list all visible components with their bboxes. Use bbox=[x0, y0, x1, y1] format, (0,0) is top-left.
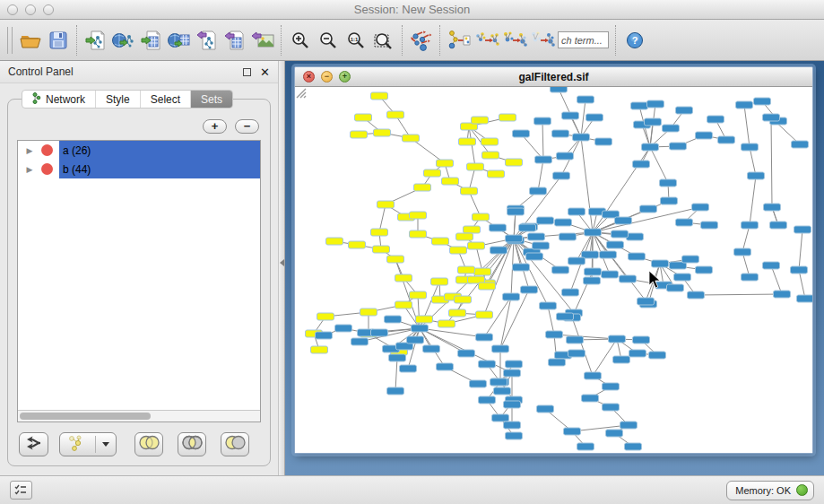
network-node-yellow[interactable] bbox=[472, 117, 489, 124]
network-node-blue[interactable] bbox=[791, 266, 808, 274]
network-node-yellow[interactable] bbox=[488, 170, 505, 178]
network-node-yellow[interactable] bbox=[387, 111, 404, 118]
network-node-blue[interactable] bbox=[407, 336, 424, 343]
network-node-blue[interactable] bbox=[504, 421, 521, 429]
network-node-blue[interactable] bbox=[519, 224, 536, 231]
network-node-yellow[interactable] bbox=[449, 309, 466, 317]
network-node-blue[interactable] bbox=[490, 224, 507, 231]
network-node-blue[interactable] bbox=[371, 329, 388, 336]
create-set-dropdown[interactable] bbox=[96, 433, 116, 456]
network-node-blue[interactable] bbox=[479, 361, 496, 368]
tab-style[interactable]: Style bbox=[96, 91, 141, 108]
network-node-blue[interactable] bbox=[647, 100, 664, 108]
network-node-blue[interactable] bbox=[537, 405, 554, 413]
network-node-blue[interactable] bbox=[763, 262, 780, 269]
network-node-yellow[interactable] bbox=[459, 138, 476, 145]
network-node-blue[interactable] bbox=[526, 253, 543, 260]
horizontal-scrollbar[interactable] bbox=[18, 410, 260, 421]
network-node-blue[interactable] bbox=[736, 101, 753, 109]
network-node-blue[interactable] bbox=[506, 235, 523, 242]
network-node-yellow[interactable] bbox=[482, 152, 499, 159]
network-node-yellow[interactable] bbox=[377, 201, 395, 208]
export-network-button[interactable] bbox=[193, 25, 221, 56]
network-node-blue[interactable] bbox=[503, 293, 520, 300]
venn-intersection-button[interactable] bbox=[178, 432, 206, 456]
network-node-yellow[interactable] bbox=[437, 160, 454, 167]
network-node-blue[interactable] bbox=[389, 354, 406, 361]
tab-select[interactable]: Select bbox=[141, 91, 191, 108]
network-node-yellow[interactable] bbox=[424, 169, 441, 177]
apply-layout-button[interactable] bbox=[407, 25, 435, 56]
network-node-yellow[interactable] bbox=[371, 92, 388, 100]
network-node-blue[interactable] bbox=[577, 443, 594, 450]
network-node-blue[interactable] bbox=[530, 187, 547, 195]
network-node-yellow[interactable] bbox=[476, 311, 493, 318]
network-node-yellow[interactable] bbox=[461, 187, 478, 195]
network-node-blue[interactable] bbox=[633, 161, 650, 168]
network-node-blue[interactable] bbox=[492, 414, 509, 421]
network-node-blue[interactable] bbox=[748, 172, 765, 179]
network-node-blue[interactable] bbox=[490, 378, 507, 386]
network-node-blue[interactable] bbox=[763, 114, 780, 121]
scrollbar-thumb[interactable] bbox=[20, 413, 151, 420]
network-node-blue[interactable] bbox=[629, 350, 646, 357]
network-node-blue[interactable] bbox=[661, 197, 678, 204]
network-node-blue[interactable] bbox=[577, 96, 594, 103]
network-node-blue[interactable] bbox=[794, 226, 811, 233]
network-node-blue[interactable] bbox=[521, 286, 538, 293]
network-node-blue[interactable] bbox=[607, 241, 624, 248]
network-node-blue[interactable] bbox=[625, 443, 642, 450]
network-node-yellow[interactable] bbox=[479, 282, 496, 290]
network-node-blue[interactable] bbox=[385, 316, 402, 323]
import-network-web-button[interactable] bbox=[109, 25, 137, 56]
network-node-blue[interactable] bbox=[552, 130, 569, 137]
network-node-blue[interactable] bbox=[553, 172, 570, 179]
network-node-blue[interactable] bbox=[649, 352, 666, 359]
network-canvas[interactable] bbox=[295, 87, 812, 453]
network-node-blue[interactable] bbox=[546, 331, 563, 338]
network-node-yellow[interactable] bbox=[351, 131, 368, 138]
network-node-yellow[interactable] bbox=[360, 308, 377, 316]
diff-difference-button[interactable] bbox=[528, 25, 556, 56]
network-node-blue[interactable] bbox=[627, 233, 644, 240]
network-node-blue[interactable] bbox=[564, 428, 581, 435]
network-node-blue[interactable] bbox=[688, 291, 705, 299]
network-node-blue[interactable] bbox=[573, 134, 590, 141]
zoom-out-button[interactable] bbox=[314, 25, 342, 56]
network-node-blue[interactable] bbox=[513, 264, 530, 271]
set-row-b[interactable]: ▶ b (44) bbox=[18, 160, 260, 178]
network-node-yellow[interactable] bbox=[326, 238, 343, 245]
network-node-yellow[interactable] bbox=[442, 178, 459, 185]
network-node-yellow[interactable] bbox=[371, 229, 388, 236]
network-node-blue[interactable] bbox=[557, 313, 574, 320]
network-node-blue[interactable] bbox=[476, 334, 493, 341]
network-node-blue[interactable] bbox=[387, 387, 404, 395]
search-input[interactable] bbox=[558, 31, 609, 48]
network-node-blue[interactable] bbox=[609, 335, 626, 343]
network-node-yellow[interactable] bbox=[481, 138, 499, 145]
network-node-blue[interactable] bbox=[682, 256, 699, 263]
network-node-blue[interactable] bbox=[742, 222, 759, 229]
network-node-blue[interactable] bbox=[568, 208, 585, 215]
network-node-blue[interactable] bbox=[507, 208, 525, 215]
network-node-blue[interactable] bbox=[718, 136, 735, 143]
network-node-blue[interactable] bbox=[423, 345, 440, 352]
zoom-in-button[interactable] bbox=[286, 25, 314, 56]
network-node-blue[interactable] bbox=[645, 118, 662, 126]
network-node-yellow[interactable] bbox=[506, 159, 523, 166]
network-node-blue[interactable] bbox=[551, 87, 568, 92]
network-node-yellow[interactable] bbox=[467, 163, 484, 170]
network-node-blue[interactable] bbox=[504, 369, 521, 377]
import-network-file-button[interactable] bbox=[82, 25, 109, 56]
network-node-blue[interactable] bbox=[567, 336, 584, 343]
network-node-blue[interactable] bbox=[642, 143, 659, 151]
collapse-arrow-icon[interactable] bbox=[280, 259, 284, 266]
network-node-yellow[interactable] bbox=[395, 301, 412, 308]
network-node-blue[interactable] bbox=[600, 251, 617, 258]
network-node-yellow[interactable] bbox=[410, 212, 427, 219]
network-node-yellow[interactable] bbox=[455, 296, 472, 303]
network-node-blue[interactable] bbox=[742, 274, 759, 281]
tab-sets[interactable]: Sets bbox=[191, 91, 232, 108]
network-node-blue[interactable] bbox=[528, 233, 545, 240]
network-node-yellow[interactable] bbox=[456, 233, 473, 240]
